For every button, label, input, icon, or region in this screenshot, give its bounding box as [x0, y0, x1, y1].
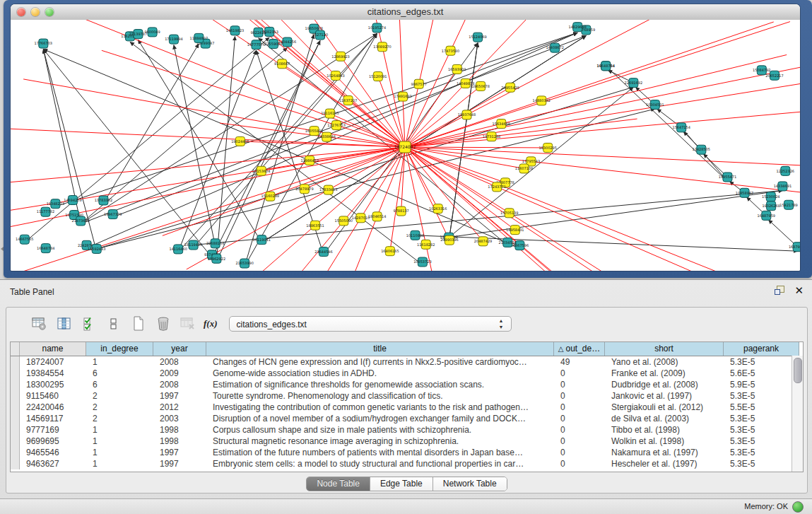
graph-node-yellow[interactable]: 17473580: [442, 46, 459, 55]
graph-node-yellow[interactable]: 18300295: [539, 143, 556, 152]
graph-node-yellow[interactable]: 13089270: [373, 42, 391, 52]
network-window-titlebar[interactable]: citations_edges.txt: [11, 4, 800, 21]
table-row[interactable]: 946362711997Embryonic stem cells: a mode…: [11, 458, 803, 469]
graph-node-yellow[interactable]: 15120091: [369, 72, 387, 81]
svg-text:13089270: 13089270: [373, 45, 391, 49]
graph-node-yellow[interactable]: 14287010: [352, 214, 370, 223]
graph-node-teal[interactable]: 15124069: [469, 33, 486, 42]
graph-node-teal[interactable]: 16487959: [758, 211, 775, 220]
graph-node-teal[interactable]: 19967379: [104, 210, 122, 219]
function-builder-icon[interactable]: f(x): [204, 318, 218, 329]
graph-node-teal[interactable]: 15647154: [672, 123, 690, 132]
cell-year: 2012: [153, 402, 206, 413]
select-columns-icon[interactable]: [80, 315, 98, 333]
graph-node-teal[interactable]: 21644546: [314, 247, 332, 257]
graph-node-teal[interactable]: 15421789: [779, 200, 797, 209]
graph-node-yellow[interactable]: 18863551: [306, 221, 324, 230]
row-gutter: [11, 390, 20, 402]
svg-text:14619823: 14619823: [226, 28, 244, 33]
tab-edge-table[interactable]: Edge Table: [370, 477, 433, 491]
graph-edge-red: [426, 245, 485, 271]
graph-node-yellow[interactable]: 9108667: [274, 59, 290, 69]
cell-in-degree: 1: [86, 356, 153, 368]
graph-node-yellow[interactable]: 10263316: [429, 204, 447, 214]
network-canvas[interactable]: 1965066817766703140442561269904711884807…: [11, 20, 800, 271]
graph-edge-red: [405, 69, 457, 147]
cell-year: 2003: [153, 413, 206, 424]
table-scrollbar[interactable]: [792, 356, 803, 472]
column-header-title[interactable]: title: [206, 342, 554, 356]
cell-title: Corpus callosum shape and size in male p…: [206, 424, 554, 436]
graph-node-teal[interactable]: 14408672: [546, 43, 563, 52]
column-header-short[interactable]: short: [605, 342, 724, 356]
delete-attribute-icon[interactable]: [154, 315, 172, 333]
graph-node-teal[interactable]: 13783382: [95, 196, 112, 205]
graph-node-teal[interactable]: 16648784: [37, 244, 54, 253]
graph-node-yellow[interactable]: 15634668: [493, 119, 510, 129]
close-panel-icon[interactable]: ✕: [794, 286, 804, 295]
table-row[interactable]: 911546021997Tourette syndrome. Phenomeno…: [11, 390, 803, 402]
graph-node-teal[interactable]: 20652217: [765, 71, 783, 80]
graph-node-yellow[interactable]: 14958431: [506, 226, 524, 235]
graph-node-teal[interactable]: 19326268: [762, 201, 779, 211]
column-header-pagerank[interactable]: pagerank: [724, 342, 799, 356]
float-panel-icon[interactable]: [775, 286, 784, 295]
svg-text:22688164: 22688164: [206, 241, 224, 245]
graph-node-yellow[interactable]: 18046514: [368, 212, 386, 221]
show-column-icon[interactable]: [55, 315, 73, 333]
graph-node-yellow[interactable]: 19116105: [321, 109, 339, 118]
graph-node-teal[interactable]: 10195274: [368, 23, 386, 33]
graph-node-teal[interactable]: 11348273: [47, 199, 64, 209]
table-row[interactable]: 1830029562008Estimation of significance …: [11, 379, 803, 390]
graph-node-teal[interactable]: 11177782: [37, 207, 54, 216]
column-header-name[interactable]: name: [20, 342, 86, 356]
graph-node-yellow[interactable]: 14880342: [533, 96, 551, 105]
table-scrollbar-thumb[interactable]: [794, 358, 802, 383]
graph-node-teal[interactable]: 17119994: [165, 35, 182, 44]
tab-network-table[interactable]: Network Table: [433, 477, 507, 491]
table-row[interactable]: 946554611997Estimation of the future num…: [11, 447, 803, 458]
table-settings-icon[interactable]: [30, 315, 49, 333]
graph-node-teal[interactable]: 14619823: [226, 26, 244, 35]
table-row[interactable]: 1938455462009Genome-wide association stu…: [11, 368, 803, 379]
table-selector-dropdown[interactable]: citations_edges.txt ▲▼: [229, 316, 512, 332]
row-options-icon[interactable]: [105, 315, 123, 333]
graph-node-yellow[interactable]: 16406165: [381, 247, 399, 256]
table-row[interactable]: 969969511998Structural magnetic resonanc…: [11, 436, 803, 447]
graph-edge-red: [405, 147, 426, 245]
graph-edge-red: [23, 79, 314, 131]
table-row[interactable]: 1872400712008Changes of HCN gene express…: [11, 356, 803, 368]
cell-short: Hescheler et al. (1997): [605, 458, 724, 469]
new-table-icon[interactable]: [129, 315, 148, 333]
graph-node-yellow[interactable]: 19024405: [231, 136, 249, 146]
graph-node-teal[interactable]: 21653990: [235, 259, 253, 268]
graph-node-teal[interactable]: 12252326: [777, 166, 794, 175]
svg-text:17243771: 17243771: [488, 185, 505, 189]
tab-node-table[interactable]: Node Table: [307, 477, 370, 491]
column-header-out-degree[interactable]: △out_de…: [554, 342, 605, 356]
graph-node-teal[interactable]: 10858967: [736, 188, 753, 197]
table-row[interactable]: 1456911722003Disruption of a novel membe…: [11, 413, 803, 424]
citation-network-graph[interactable]: 1965066817766703140442561269904711884807…: [11, 20, 800, 271]
column-header-year[interactable]: year: [153, 342, 206, 356]
memory-indicator-icon[interactable]: [792, 501, 804, 513]
table-row[interactable]: 977716911998Corpus callosum shape and si…: [11, 424, 803, 436]
graph-node-yellow[interactable]: 15505090: [335, 216, 353, 226]
graph-node-yellow[interactable]: 16593909: [448, 64, 466, 74]
graph-node-teal[interactable]: 16119011: [253, 235, 271, 245]
graph-node-teal[interactable]: 16879090: [789, 243, 800, 252]
graph-node-teal[interactable]: 16648784: [596, 62, 614, 71]
table-row[interactable]: 2242004622012Investigating the contribut…: [11, 402, 803, 413]
node-table[interactable]: name in_degree year title △out_de… short…: [10, 341, 804, 472]
graph-node-teal[interactable]: 15230024: [762, 192, 779, 201]
graph-node-yellow[interactable]: 11618282: [417, 240, 435, 249]
graph-node-teal[interactable]: 13428505: [693, 145, 710, 154]
graph-edge-red: [405, 147, 548, 148]
graph-node-teal[interactable]: 14667565: [16, 235, 33, 244]
graph-node-teal[interactable]: 17766703: [35, 39, 52, 48]
graph-node-teal[interactable]: 10110898: [406, 230, 424, 240]
graph-node-yellow[interactable]: 17491693: [394, 92, 411, 101]
column-header-in-degree[interactable]: in_degree: [86, 342, 153, 356]
cell-name: 9115460: [20, 390, 86, 402]
graph-node-teal[interactable]: 22688164: [206, 239, 224, 248]
